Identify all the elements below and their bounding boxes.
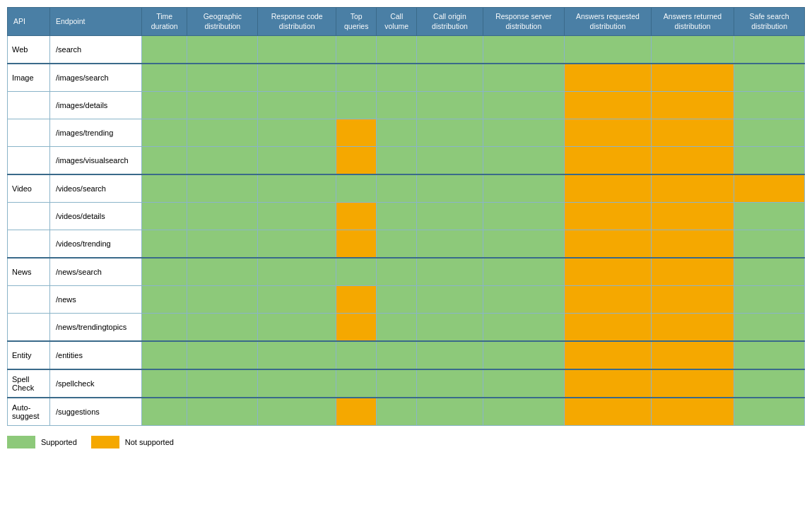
supported-indicator: [142, 258, 187, 285]
table-row: /videos/details: [8, 203, 805, 230]
data-cell: [417, 92, 483, 119]
data-cell: [651, 258, 734, 286]
legend-not-supported: Not supported: [91, 436, 174, 448]
data-cell: [377, 174, 417, 203]
data-cell: [258, 92, 336, 119]
supported-indicator: [336, 64, 376, 91]
data-cell: [417, 258, 483, 286]
data-cell: [142, 64, 187, 92]
supported-indicator: [187, 92, 257, 119]
supported-indicator: [377, 203, 416, 230]
not-supported-indicator: [565, 147, 651, 174]
legend-supported-box: [7, 436, 35, 448]
data-cell: [417, 147, 483, 175]
not-supported-indicator: [652, 119, 734, 146]
supported-indicator: [187, 36, 257, 63]
supported-indicator: [417, 230, 482, 257]
supported-indicator: [734, 92, 804, 119]
data-cell: [258, 230, 336, 258]
api-cell: News: [8, 258, 50, 286]
data-cell: [565, 314, 652, 342]
header-safe-search-distribution: Safe search distribution: [734, 8, 805, 36]
data-cell: [336, 119, 377, 147]
data-cell: [651, 286, 734, 314]
not-supported-indicator: [565, 175, 651, 202]
data-cell: [734, 64, 805, 92]
header-row: API Endpoint Time duration Geographic di…: [8, 8, 805, 36]
data-cell: [417, 203, 483, 230]
endpoint-cell: /news/search: [50, 258, 142, 286]
not-supported-indicator: [652, 230, 734, 257]
supported-indicator: [187, 230, 257, 257]
data-cell: [258, 36, 336, 64]
supported-indicator: [417, 258, 482, 285]
supported-indicator: [377, 398, 416, 425]
api-cell: [8, 119, 50, 147]
supported-indicator: [734, 147, 804, 174]
data-cell: [336, 230, 377, 258]
supported-indicator: [258, 147, 336, 174]
data-cell: [651, 92, 734, 119]
table-row: Web/search: [8, 36, 805, 64]
not-supported-indicator: [565, 92, 651, 119]
data-cell: [565, 174, 652, 203]
data-cell: [483, 203, 565, 230]
not-supported-indicator: [336, 398, 376, 425]
supported-indicator: [142, 36, 187, 63]
data-cell: [734, 230, 805, 258]
endpoint-cell: /videos/trending: [50, 230, 142, 258]
supported-indicator: [377, 92, 416, 119]
data-cell: [187, 398, 258, 426]
header-answers-returned-distribution: Answers returned distribution: [651, 8, 734, 36]
header-call-volume: Call volume: [377, 8, 417, 36]
data-cell: [734, 341, 805, 369]
data-cell: [187, 36, 258, 64]
supported-indicator: [483, 314, 565, 340]
supported-indicator: [734, 203, 804, 230]
data-cell: [483, 286, 565, 314]
data-cell: [142, 36, 187, 64]
supported-indicator: [142, 370, 187, 397]
data-cell: [651, 174, 734, 203]
supported-indicator: [417, 342, 482, 369]
data-cell: [258, 286, 336, 314]
api-support-table: API Endpoint Time duration Geographic di…: [7, 7, 805, 426]
legend: Supported Not supported: [7, 436, 805, 448]
supported-indicator: [652, 36, 734, 63]
header-time-duration: Time duration: [142, 8, 187, 36]
not-supported-indicator: [565, 258, 651, 285]
api-cell: [8, 203, 50, 230]
supported-indicator: [377, 36, 416, 63]
data-cell: [483, 398, 565, 426]
data-cell: [565, 369, 652, 398]
supported-indicator: [377, 342, 416, 369]
data-cell: [734, 174, 805, 203]
api-cell: Web: [8, 36, 50, 64]
not-supported-indicator: [565, 203, 651, 230]
data-cell: [651, 230, 734, 258]
data-cell: [142, 369, 187, 398]
data-cell: [565, 203, 652, 230]
supported-indicator: [483, 92, 565, 119]
data-cell: [565, 64, 652, 92]
supported-indicator: [417, 119, 482, 146]
data-cell: [377, 286, 417, 314]
data-cell: [258, 64, 336, 92]
data-cell: [483, 119, 565, 147]
table-row: /images/trending: [8, 119, 805, 147]
supported-indicator: [417, 398, 482, 425]
data-cell: [187, 314, 258, 342]
table-row: News/news/search: [8, 258, 805, 286]
table-body: Web/searchImage/images/search/images/det…: [8, 36, 805, 426]
data-cell: [734, 314, 805, 342]
data-cell: [483, 92, 565, 119]
data-cell: [651, 64, 734, 92]
supported-indicator: [336, 92, 376, 119]
data-cell: [336, 314, 377, 342]
data-cell: [483, 314, 565, 342]
supported-indicator: [142, 203, 187, 230]
data-cell: [187, 64, 258, 92]
supported-indicator: [483, 147, 565, 174]
data-cell: [142, 286, 187, 314]
supported-indicator: [483, 175, 565, 202]
